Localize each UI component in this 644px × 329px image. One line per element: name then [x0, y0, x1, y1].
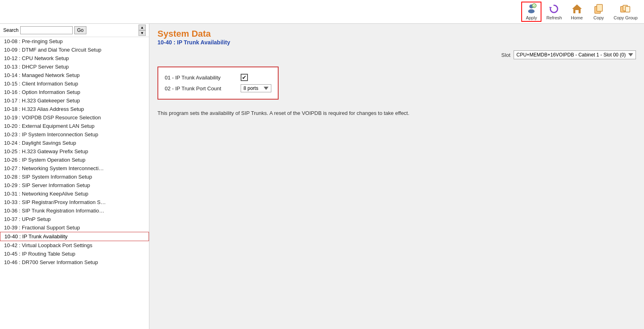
sidebar-item-10-42[interactable]: 10-42 : Virtual Loopback Port Settings	[0, 241, 149, 250]
svg-rect-8	[597, 4, 602, 11]
availability-checkbox[interactable]: ✔	[241, 74, 248, 81]
sidebar: Search Go ▲ ▼ 10-08 : Pre-ringing Setup1…	[0, 24, 149, 329]
svg-rect-6	[575, 10, 579, 13]
sidebar-item-10-33[interactable]: 10-33 : SIP Registrar/Proxy Information …	[0, 198, 149, 206]
form-box: 01 - IP Trunk Availability ✔ 02 - IP Tru…	[157, 67, 279, 100]
slot-select[interactable]: CPU+MEMDB+16VOIPDB - Cabinet 1 - Slot 00…	[514, 50, 636, 59]
slot-label: Slot	[501, 52, 510, 58]
svg-text:✓: ✓	[533, 5, 535, 8]
sidebar-item-10-14[interactable]: 10-14 : Managed Network Setup	[0, 71, 149, 79]
sidebar-item-10-40[interactable]: 10-40 : IP Trunk Availability	[0, 232, 149, 241]
refresh-button[interactable]: Refresh	[543, 2, 565, 22]
sidebar-item-10-17[interactable]: 10-17 : H.323 Gatekeeper Setup	[0, 96, 149, 105]
svg-marker-4	[549, 7, 552, 9]
apply-button[interactable]: ✓ Apply	[521, 2, 541, 22]
apply-icon: ✓	[526, 3, 537, 15]
sidebar-nav: 10-08 : Pre-ringing Setup10-09 : DTMF an…	[0, 37, 149, 329]
search-input[interactable]	[20, 26, 73, 34]
slot-row: Slot CPU+MEMDB+16VOIPDB - Cabinet 1 - Sl…	[149, 47, 644, 62]
sidebar-item-10-13[interactable]: 10-13 : DHCP Server Setup	[0, 62, 149, 71]
search-bar: Search Go ▲ ▼	[0, 24, 149, 37]
page-title: System Data	[157, 29, 636, 39]
home-icon	[571, 3, 583, 15]
toolbar: ✓ Apply Refresh Home Copy	[0, 0, 644, 24]
sidebar-item-10-29[interactable]: 10-29 : SIP Server Information Setup	[0, 181, 149, 189]
sidebar-item-10-20[interactable]: 10-20 : External Equipment LAN Setup	[0, 122, 149, 130]
search-go-button[interactable]: Go	[74, 26, 86, 34]
sidebar-item-10-46[interactable]: 10-46 : DR700 Server Information Setup	[0, 258, 149, 267]
sidebar-item-10-16[interactable]: 10-16 : Option Information Setup	[0, 88, 149, 96]
info-text: This program sets the availability of SI…	[149, 104, 644, 123]
form-row-availability: 01 - IP Trunk Availability ✔	[165, 72, 271, 83]
sidebar-item-10-31[interactable]: 10-31 : Networking KeepAlive Setup	[0, 189, 149, 198]
availability-label: 01 - IP Trunk Availability	[165, 75, 237, 81]
sidebar-item-10-39[interactable]: 10-39 : Fractional Support Setup	[0, 223, 149, 232]
sidebar-item-10-09[interactable]: 10-09 : DTMF and Dial Tone Circuit Setup	[0, 46, 149, 54]
sidebar-item-10-26[interactable]: 10-26 : IP System Operation Setup	[0, 156, 149, 164]
copy-group-icon	[620, 3, 631, 15]
portcount-select[interactable]: 8 ports16 ports24 ports32 ports	[241, 84, 271, 92]
page-subtitle: 10-40 : IP Trunk Availability	[157, 39, 636, 46]
scroll-up-button[interactable]: ▲	[138, 25, 146, 30]
sidebar-item-10-12[interactable]: 10-12 : CPU Network Setup	[0, 54, 149, 62]
sidebar-item-10-28[interactable]: 10-28 : SIP System Information Setup	[0, 173, 149, 181]
sidebar-item-10-45[interactable]: 10-45 : IP Routing Table Setup	[0, 250, 149, 258]
sidebar-item-10-37[interactable]: 10-37 : UPnP Setup	[0, 215, 149, 223]
copy-icon	[593, 3, 604, 15]
sidebar-item-10-15[interactable]: 10-15 : Client Information Setup	[0, 79, 149, 88]
refresh-icon	[548, 3, 560, 15]
main-layout: Search Go ▲ ▼ 10-08 : Pre-ringing Setup1…	[0, 24, 644, 329]
copy-button[interactable]: Copy	[589, 2, 609, 22]
sidebar-item-10-23[interactable]: 10-23 : IP System Interconnection Setup	[0, 130, 149, 139]
home-button[interactable]: Home	[567, 2, 587, 22]
sidebar-item-10-08[interactable]: 10-08 : Pre-ringing Setup	[0, 37, 149, 46]
sidebar-item-10-18[interactable]: 10-18 : H.323 Alias Address Setup	[0, 105, 149, 113]
copy-group-button[interactable]: Copy Group	[610, 2, 641, 22]
sidebar-item-10-19[interactable]: 10-19 : VOIPDB DSP Resource Selection	[0, 113, 149, 122]
sidebar-item-10-27[interactable]: 10-27 : Networking System Interconnecti…	[0, 164, 149, 173]
sidebar-item-10-36[interactable]: 10-36 : SIP Trunk Registration Informati…	[0, 206, 149, 215]
svg-rect-11	[625, 6, 630, 12]
scroll-down-button[interactable]: ▼	[138, 30, 146, 36]
content-area: System Data 10-40 : IP Trunk Availabilit…	[149, 24, 644, 329]
sidebar-item-10-24[interactable]: 10-24 : Daylight Savings Setup	[0, 139, 149, 147]
svg-point-1	[528, 9, 535, 13]
sidebar-item-10-25[interactable]: 10-25 : H.323 Gateway Prefix Setup	[0, 147, 149, 156]
search-label: Search	[3, 27, 19, 33]
content-header: System Data 10-40 : IP Trunk Availabilit…	[149, 24, 644, 47]
form-row-portcount: 02 - IP Trunk Port Count 8 ports16 ports…	[165, 83, 271, 94]
portcount-label: 02 - IP Trunk Port Count	[165, 85, 237, 92]
